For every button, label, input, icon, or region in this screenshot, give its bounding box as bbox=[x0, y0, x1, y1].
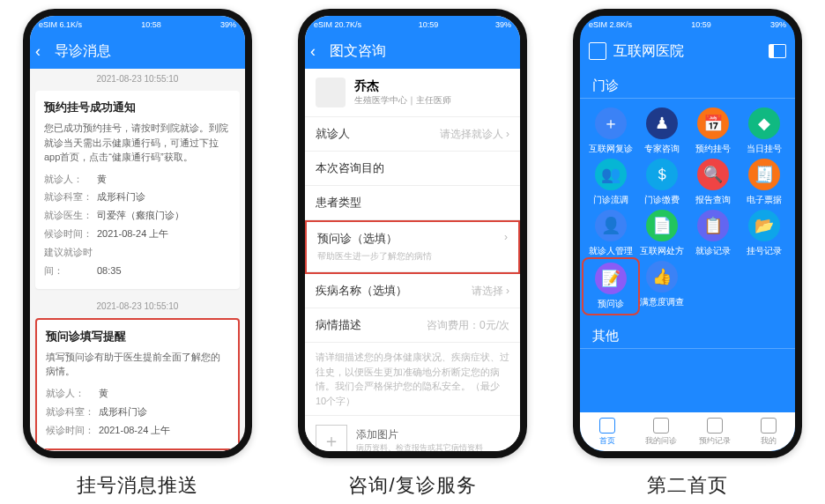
phone-consult-form: eSIM 20.7K/s 10:59 39% ‹ 图文咨询 乔杰 生殖医学中心｜… bbox=[298, 9, 527, 458]
speaker-icon[interactable] bbox=[769, 44, 786, 58]
feature-icon: ◆ bbox=[748, 107, 780, 139]
value-suggest: 08:35 bbox=[97, 265, 122, 276]
status-bar: eSIM 20.7K/s 10:59 39% bbox=[305, 16, 520, 33]
row-add-picture[interactable]: ＋ 添加图片 病历资料、检查报告或其它病情资料 bbox=[305, 416, 520, 451]
row-description-header: 病情描述 咨询费用：0元/次 bbox=[305, 308, 520, 343]
sim-indicator: eSIM 2.8K/s bbox=[589, 20, 632, 29]
feature-icon: 🧾 bbox=[748, 159, 780, 190]
message-card-reminder[interactable]: 预问诊填写提醒 填写预问诊有助于医生提前全面了解您的病情。 就诊人：黄 就诊科室… bbox=[35, 318, 240, 450]
back-icon[interactable]: ‹ bbox=[35, 42, 55, 61]
feature-label: 当日挂号 bbox=[747, 143, 782, 155]
grid-item-预约挂号[interactable]: 📅预约挂号 bbox=[688, 107, 739, 155]
value-dept: 成形科门诊 bbox=[97, 191, 145, 202]
feature-label: 就诊人管理 bbox=[589, 245, 633, 257]
value-doctor: 司爱萍（瘢痕门诊） bbox=[97, 210, 184, 220]
label: 就诊人 bbox=[316, 126, 350, 142]
page-title: 互联网医院 bbox=[613, 42, 684, 61]
feature-label: 互联网处方 bbox=[640, 245, 684, 257]
card-body: 填写预问诊有助于医生提前全面了解您的病情。 bbox=[46, 350, 229, 379]
value-time: 2021-08-24 上午 bbox=[97, 228, 168, 239]
calendar-icon bbox=[707, 418, 723, 434]
fee-hint: 咨询费用：0元/次 bbox=[427, 318, 509, 333]
qrcode-icon[interactable] bbox=[589, 42, 606, 60]
description-textarea[interactable]: 请详细描述您的身体健康状况、疾病症状、过往史，以便医生更加准确地分析断定您的病情… bbox=[305, 343, 520, 416]
doctor-avatar-icon bbox=[316, 78, 346, 107]
phone-registration-messages: eSIM 6.1K/s 10:58 39% ‹ 导诊消息 2021-08-23 … bbox=[23, 9, 252, 458]
doctor-dept: 生殖医学中心｜主任医师 bbox=[354, 94, 451, 107]
grid-item-就诊记录[interactable]: 📋就诊记录 bbox=[688, 210, 739, 257]
user-icon bbox=[761, 418, 777, 434]
grid-item-门诊缴费[interactable]: ＄门诊缴费 bbox=[636, 159, 688, 206]
feature-icon: 👥 bbox=[595, 159, 627, 190]
grid-item-挂号记录[interactable]: 📂挂号记录 bbox=[739, 210, 790, 257]
sim-indicator: eSIM 20.7K/s bbox=[314, 20, 361, 29]
tab-appointments[interactable]: 预约记录 bbox=[688, 412, 741, 451]
grid-item-电子票据[interactable]: 🧾电子票据 bbox=[739, 159, 790, 206]
row-disease[interactable]: 疾病名称（选填） 请选择 › bbox=[305, 274, 520, 308]
label: 病情描述 bbox=[316, 317, 361, 333]
feature-grid: ＋互联网复诊♟专家咨询📅预约挂号◆当日挂号👥门诊流调＄门诊缴费🔍报告查询🧾电子票… bbox=[580, 104, 795, 315]
sub-hint: 帮助医生进一步了解您的病情 bbox=[317, 250, 432, 263]
tab-my-inquiry[interactable]: 我的问诊 bbox=[634, 412, 688, 451]
tab-home[interactable]: 首页 bbox=[580, 412, 634, 451]
grid-item-互联网复诊[interactable]: ＋互联网复诊 bbox=[585, 107, 636, 155]
row-pre-inquiry[interactable]: 预问诊（选填） › 帮助医生进一步了解您的病情 bbox=[307, 222, 518, 272]
tab-mine[interactable]: 我的 bbox=[741, 412, 795, 451]
row-patient[interactable]: 就诊人 请选择就诊人 › bbox=[305, 117, 520, 152]
grid-item-互联网处方[interactable]: 📄互联网处方 bbox=[636, 210, 688, 257]
title-bar: ‹ 图文咨询 bbox=[305, 33, 520, 69]
label: 预问诊（选填） bbox=[317, 231, 398, 247]
grid-item-满意度调查[interactable]: 👍满意度调查 bbox=[636, 261, 688, 312]
feature-label: 专家咨询 bbox=[644, 143, 680, 155]
caption: 挂号消息推送 bbox=[77, 472, 198, 499]
home-icon bbox=[599, 418, 615, 434]
card-body: 您已成功预约挂号，请按时到院就诊。到院就诊当天需出示健康通行码，可通过下拉app… bbox=[44, 121, 231, 165]
caption: 咨询/复诊服务 bbox=[348, 472, 476, 499]
grid-item-预问诊[interactable]: 📝预问诊 bbox=[585, 261, 636, 312]
clock: 10:59 bbox=[419, 20, 439, 29]
feature-label: 满意度调查 bbox=[640, 296, 684, 308]
title-bar: 互联网医院 bbox=[580, 33, 795, 69]
message-list[interactable]: 2021-08-23 10:55:10 预约挂号成功通知 您已成功预约挂号，请按… bbox=[30, 69, 245, 451]
feature-label: 互联网复诊 bbox=[589, 143, 633, 155]
feature-icon: 📄 bbox=[646, 210, 678, 241]
row-patient-type[interactable]: 患者类型 bbox=[305, 186, 520, 220]
chat-icon bbox=[653, 418, 669, 434]
feature-label: 报告查询 bbox=[695, 194, 731, 206]
tab-label: 我的 bbox=[761, 435, 777, 447]
feature-label: 门诊流调 bbox=[593, 194, 628, 206]
grid-item-就诊人管理[interactable]: 👤就诊人管理 bbox=[585, 210, 636, 257]
doctor-header[interactable]: 乔杰 生殖医学中心｜主任医师 bbox=[305, 69, 520, 117]
message-card-success[interactable]: 预约挂号成功通知 您已成功预约挂号，请按时到院就诊。到院就诊当天需出示健康通行码… bbox=[35, 91, 240, 289]
back-icon[interactable]: ‹ bbox=[310, 42, 330, 61]
hint: 请选择就诊人 bbox=[440, 128, 503, 140]
section-other: 其他 bbox=[580, 319, 795, 349]
plus-icon[interactable]: ＋ bbox=[316, 425, 347, 451]
value-patient: 黄 bbox=[97, 174, 107, 184]
chevron-right-icon: › bbox=[506, 128, 509, 140]
caption: 第二首页 bbox=[647, 472, 728, 499]
hint: 请选择 bbox=[472, 285, 503, 297]
tab-label: 我的问诊 bbox=[645, 435, 677, 447]
grid-item-当日挂号[interactable]: ◆当日挂号 bbox=[739, 107, 790, 155]
row-purpose[interactable]: 本次咨询目的 bbox=[305, 152, 520, 186]
feature-label: 预约挂号 bbox=[695, 143, 731, 155]
feature-label: 挂号记录 bbox=[747, 245, 782, 257]
label-doctor: 就诊医生： bbox=[44, 206, 97, 225]
grid-item-报告查询[interactable]: 🔍报告查询 bbox=[688, 159, 739, 206]
highlight-pre-inquiry: 预问诊（选填） › 帮助医生进一步了解您的病情 bbox=[305, 220, 520, 274]
card-title: 预约挂号成功通知 bbox=[44, 100, 231, 115]
tab-bar: 首页 我的问诊 预约记录 我的 bbox=[580, 412, 795, 451]
feature-icon: ＄ bbox=[646, 159, 678, 190]
label-time: 候诊时间： bbox=[46, 421, 99, 440]
chevron-right-icon: › bbox=[504, 231, 508, 247]
label-patient: 就诊人： bbox=[44, 170, 97, 189]
grid-item-门诊流调[interactable]: 👥门诊流调 bbox=[585, 159, 636, 206]
label: 本次咨询目的 bbox=[316, 160, 384, 176]
grid-item-专家咨询[interactable]: ♟专家咨询 bbox=[636, 107, 688, 155]
label: 疾病名称（选填） bbox=[316, 283, 407, 299]
feature-label: 电子票据 bbox=[747, 194, 782, 206]
value-time: 2021-08-24 上午 bbox=[99, 425, 170, 435]
label-time: 候诊时间： bbox=[44, 225, 97, 243]
feature-icon: 🔍 bbox=[697, 159, 729, 190]
